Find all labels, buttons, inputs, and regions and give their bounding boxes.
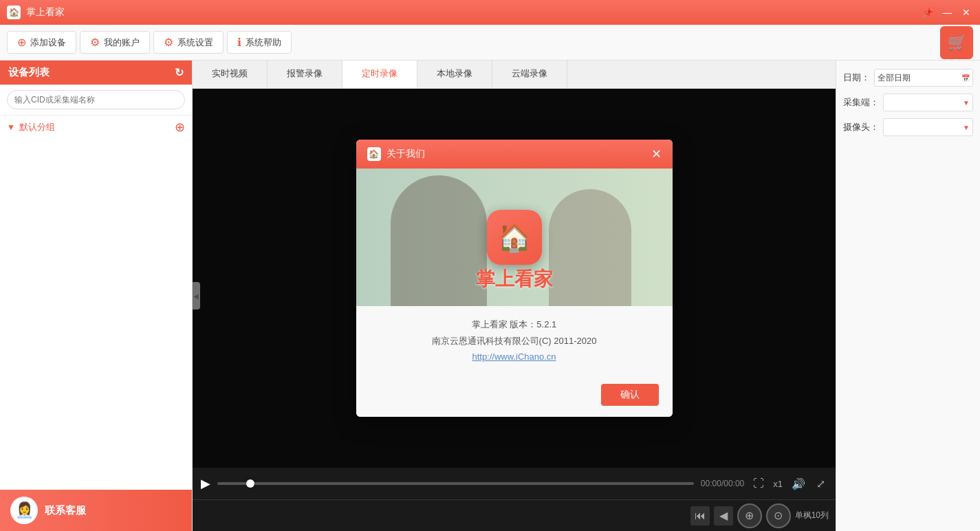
toolbar: ⊕ 添加设备 ⚙ 我的账户 ⚙ 系统设置 ℹ 系统帮助 🛒	[0, 25, 980, 61]
contact-support-button[interactable]: 👩‍💼 联系客服	[0, 490, 192, 531]
camera-arrow-icon: ▼	[963, 124, 970, 131]
support-icon: 👩‍💼	[15, 501, 34, 519]
expand-icon[interactable]: ⤢	[816, 477, 825, 490]
system-help-label: 系统帮助	[246, 36, 281, 49]
app-logo: 🏠	[487, 210, 542, 265]
right-panel: 日期： 全部日期 📅 采集端： ▼ 摄像头： ▼	[836, 61, 980, 531]
support-avatar: 👩‍💼	[10, 497, 38, 524]
version-line: 掌上看家 版本：5.2.1	[377, 318, 652, 331]
tab-scheduled[interactable]: 定时录像	[342, 61, 417, 88]
modal-footer: 确认	[356, 378, 673, 417]
first-frame-icon: ⏮	[695, 510, 706, 522]
sidebar-group[interactable]: ▼ 默认分组 ⊕	[0, 116, 192, 139]
sidebar-search-container	[0, 85, 192, 116]
date-filter-row: 日期： 全部日期 📅	[843, 69, 973, 87]
system-settings-button[interactable]: ⚙ 系统设置	[153, 31, 224, 54]
sidebar: 设备列表 ↻ ▼ 默认分组 ⊕ ◀ 👩‍💼 联系客服	[0, 61, 193, 531]
close-button[interactable]: ✕	[959, 6, 973, 19]
modal-body: 🏠 掌上看家 掌上看家 版本：5.2.1 南京云恩通讯科技有限公司(C) 201…	[356, 169, 673, 378]
collector-select[interactable]: ▼	[883, 94, 973, 111]
content-with-panel: 实时视频 报警录像 定时录像 本地录像 云端录像	[193, 61, 980, 531]
tab-realtime-label: 实时视频	[212, 68, 248, 78]
prev-icon: ◀	[719, 509, 728, 522]
tab-local[interactable]: 本地录像	[417, 61, 492, 88]
app-title-overlay: 掌上看家	[356, 266, 673, 292]
title-bar: 🏠 掌上看家 📌 — ✕	[0, 0, 980, 25]
logo-house-icon: 🏠	[497, 221, 532, 254]
zoom-add-button[interactable]: ⊕	[737, 503, 762, 528]
calendar-icon: 📅	[961, 74, 970, 82]
sidebar-header: 设备列表 ↻	[0, 61, 192, 85]
modal-title-left: 🏠 关于我们	[367, 147, 425, 161]
modal-app-icon: 🏠	[367, 147, 381, 161]
system-settings-label: 系统设置	[177, 36, 213, 49]
playback-bar: ▶ 00:00/00:00 ⛶ x1 🔊 ⤢	[193, 468, 836, 499]
app-icon: 🏠	[7, 6, 21, 19]
tab-scheduled-label: 定时录像	[362, 68, 398, 78]
website-link[interactable]: http://www.iChano.cn	[377, 351, 652, 362]
tab-cloud[interactable]: 云端录像	[492, 61, 567, 88]
sidebar-header-icons: ↻	[175, 66, 184, 79]
page-label: 单枫10列	[795, 510, 829, 521]
modal-close-button[interactable]: ✕	[651, 147, 662, 162]
search-input[interactable]	[7, 90, 185, 109]
help-icon: ℹ	[237, 36, 241, 49]
time-display: 00:00/00:00	[701, 479, 744, 488]
modal-image: 🏠 掌上看家	[356, 169, 673, 306]
collector-arrow-icon: ▼	[963, 99, 970, 107]
add-icon: ⊕	[17, 36, 26, 49]
title-controls: 📌 — ✕	[921, 6, 973, 19]
main-layout: 设备列表 ↻ ▼ 默认分组 ⊕ ◀ 👩‍💼 联系客服	[0, 61, 980, 531]
bottom-nav: ⏮ ◀ ⊕ ⊙ 单枫10列	[193, 499, 836, 531]
progress-track[interactable]	[217, 482, 694, 485]
camera-label: 摄像头：	[843, 121, 879, 133]
first-frame-button[interactable]: ⏮	[690, 506, 710, 525]
volume-icon[interactable]: 🔊	[792, 477, 805, 490]
tab-realtime[interactable]: 实时视频	[193, 61, 268, 88]
camera-select[interactable]: ▼	[883, 118, 973, 136]
version-label: 掌上看家 版本：	[472, 319, 537, 329]
speed-label: x1	[773, 479, 783, 489]
pin-button[interactable]: 📌	[921, 6, 935, 19]
version-value: 5.2.1	[536, 319, 556, 329]
confirm-button[interactable]: 确认	[601, 384, 659, 406]
copyright-line: 南京云恩通讯科技有限公司(C) 2011-2020	[377, 335, 652, 347]
account-icon: ⚙	[90, 36, 100, 49]
tab-cloud-label: 云端录像	[512, 68, 547, 78]
settings-icon: ⚙	[164, 36, 173, 49]
group-arrow-icon: ▼	[7, 122, 15, 132]
tab-alarm-label: 报警录像	[287, 68, 323, 78]
system-help-button[interactable]: ℹ 系统帮助	[227, 31, 292, 54]
collector-label: 采集端：	[843, 96, 879, 109]
progress-handle[interactable]	[246, 479, 254, 488]
sidebar-title: 设备列表	[8, 66, 50, 79]
tab-local-label: 本地录像	[437, 68, 472, 78]
video-area: 🏠 关于我们 ✕	[193, 89, 836, 468]
modal-title-text: 关于我们	[386, 148, 425, 160]
date-select[interactable]: 全部日期 📅	[874, 69, 973, 87]
camera-filter-row: 摄像头： ▼	[843, 118, 973, 136]
my-account-button[interactable]: ⚙ 我的账户	[80, 31, 150, 54]
group-add-icon[interactable]: ⊕	[175, 120, 185, 135]
cart-icon: 🛒	[948, 34, 966, 52]
minimize-button[interactable]: —	[940, 6, 954, 19]
modal-overlay: 🏠 关于我们 ✕	[193, 89, 836, 468]
add-device-label: 添加设备	[30, 36, 66, 49]
title-left: 🏠 掌上看家	[7, 6, 65, 19]
refresh-icon[interactable]: ↻	[175, 66, 184, 79]
zoom-view-button[interactable]: ⊙	[766, 503, 791, 528]
play-button[interactable]: ▶	[201, 476, 210, 491]
video-column: 实时视频 报警录像 定时录像 本地录像 云端录像	[193, 61, 836, 531]
prev-button[interactable]: ◀	[714, 506, 733, 525]
fullscreen-icon[interactable]: ⛶	[753, 477, 764, 490]
tabs-bar: 实时视频 报警录像 定时录像 本地录像 云端录像	[193, 61, 836, 89]
app-title: 掌上看家	[26, 6, 65, 19]
my-account-label: 我的账户	[104, 36, 140, 49]
cart-button[interactable]: 🛒	[940, 26, 973, 59]
tab-alarm[interactable]: 报警录像	[268, 61, 342, 88]
zoom-add-icon: ⊕	[745, 509, 754, 522]
date-label: 日期：	[843, 72, 870, 84]
add-device-button[interactable]: ⊕ 添加设备	[7, 31, 76, 54]
modal-house-icon: 🏠	[369, 149, 379, 159]
group-label: 默认分组	[19, 121, 55, 133]
